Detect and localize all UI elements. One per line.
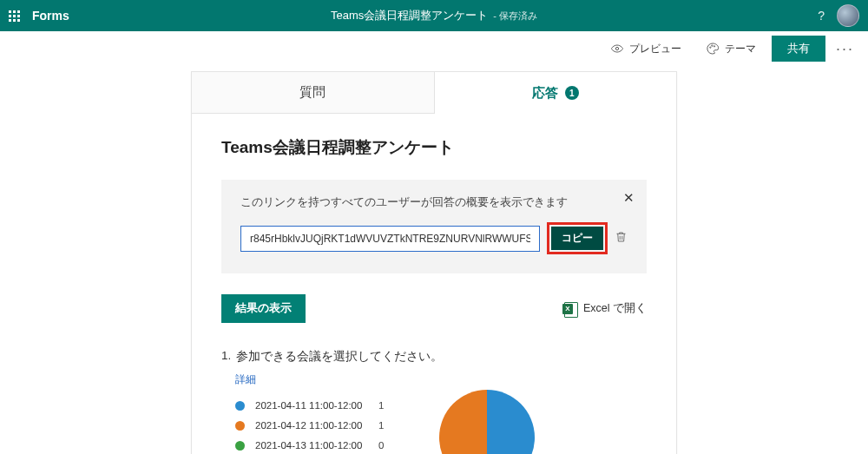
open-in-excel-label: Excel で開く: [583, 301, 647, 316]
results-actions-row: 結果の表示 Excel で開く: [221, 294, 647, 323]
tab-questions[interactable]: 質問: [192, 72, 435, 114]
legend-item: 2021-04-12 11:00-12:00 1: [235, 420, 391, 431]
legend-dot-icon: [235, 441, 245, 451]
legend: 2021-04-11 11:00-12:00 1 2021-04-12 11:0…: [235, 400, 391, 454]
legend-count: 1: [378, 400, 391, 411]
legend-count: 0: [378, 440, 391, 451]
theme-label: テーマ: [725, 42, 756, 56]
open-in-excel-button[interactable]: Excel で開く: [562, 301, 647, 316]
close-icon[interactable]: ✕: [623, 190, 635, 206]
svg-point-2: [712, 45, 713, 46]
pie-slice-2: [439, 390, 487, 454]
share-button[interactable]: 共有: [772, 36, 825, 62]
svg-point-1: [710, 47, 711, 48]
avatar[interactable]: [837, 4, 859, 27]
titlebar-left: Forms: [9, 9, 69, 23]
tab-questions-label: 質問: [299, 84, 326, 101]
help-icon[interactable]: ?: [818, 9, 825, 23]
trash-icon: [615, 230, 628, 244]
copy-button[interactable]: コピー: [551, 227, 603, 250]
app-launcher-icon[interactable]: [9, 10, 20, 22]
more-actions-icon[interactable]: ···: [832, 40, 858, 58]
app-name[interactable]: Forms: [32, 9, 69, 23]
copy-button-highlight: コピー: [547, 222, 608, 254]
share-link-input[interactable]: [240, 226, 540, 252]
share-link-panel: ✕ このリンクを持つすべてのユーザーが回答の概要を表示できます コピー: [221, 180, 647, 273]
legend-label: 2021-04-13 11:00-12:00: [255, 440, 368, 451]
header-form-title: Teams会議日程調整アンケート: [331, 8, 488, 23]
share-label: 共有: [787, 42, 810, 55]
show-results-button[interactable]: 結果の表示: [221, 294, 306, 323]
legend-item: 2021-04-11 11:00-12:00 1: [235, 400, 391, 411]
preview-label: プレビュー: [629, 42, 681, 56]
titlebar-right: ?: [818, 4, 859, 27]
card-tabs: 質問 応答 1: [192, 72, 676, 114]
page-canvas: 質問 応答 1 Teams会議日程調整アンケート ✕ このリンクを持つすべてのユ…: [0, 66, 868, 454]
legend-dot-icon: [235, 401, 245, 411]
svg-point-3: [713, 46, 714, 47]
form-card: 質問 応答 1 Teams会議日程調整アンケート ✕ このリンクを持つすべてのユ…: [191, 71, 677, 454]
delete-link-button[interactable]: [615, 230, 628, 247]
svg-point-0: [615, 47, 618, 49]
question-1-detail-link[interactable]: 詳細: [235, 373, 647, 386]
question-text: 参加できる会議を選択してください。: [236, 349, 443, 365]
legend-item: 2021-04-13 11:00-12:00 0: [235, 440, 391, 451]
show-results-label: 結果の表示: [235, 302, 292, 314]
titlebar: Forms Teams会議日程調整アンケート - 保存済み ?: [0, 0, 868, 31]
pie-slice-1: [487, 390, 535, 454]
copy-label: コピー: [562, 233, 593, 243]
legend-dot-icon: [235, 421, 245, 431]
responses-badge: 1: [565, 86, 579, 100]
pie-chart: [439, 390, 535, 454]
question-1-body: 2021-04-11 11:00-12:00 1 2021-04-12 11:0…: [235, 400, 647, 454]
saved-indicator: - 保存済み: [493, 10, 537, 23]
share-link-description: このリンクを持つすべてのユーザーが回答の概要を表示できます: [240, 195, 628, 210]
tab-responses[interactable]: 応答 1: [435, 72, 677, 114]
theme-button[interactable]: テーマ: [697, 38, 765, 60]
preview-button[interactable]: プレビュー: [602, 38, 690, 60]
excel-icon: [562, 302, 578, 316]
card-body: Teams会議日程調整アンケート ✕ このリンクを持つすべてのユーザーが回答の概…: [192, 114, 676, 454]
form-heading: Teams会議日程調整アンケート: [221, 136, 647, 159]
legend-count: 1: [378, 420, 391, 431]
palette-icon: [706, 42, 720, 56]
question-number: 1.: [221, 349, 231, 365]
titlebar-center: Teams会議日程調整アンケート - 保存済み: [331, 8, 537, 23]
share-link-row: コピー: [240, 222, 628, 254]
legend-label: 2021-04-12 11:00-12:00: [255, 420, 368, 431]
eye-icon: [610, 42, 624, 56]
command-bar: プレビュー テーマ 共有 ···: [0, 31, 868, 66]
legend-label: 2021-04-11 11:00-12:00: [255, 400, 368, 411]
question-1-heading: 1. 参加できる会議を選択してください。: [221, 349, 647, 365]
tab-responses-label: 応答: [532, 85, 558, 102]
